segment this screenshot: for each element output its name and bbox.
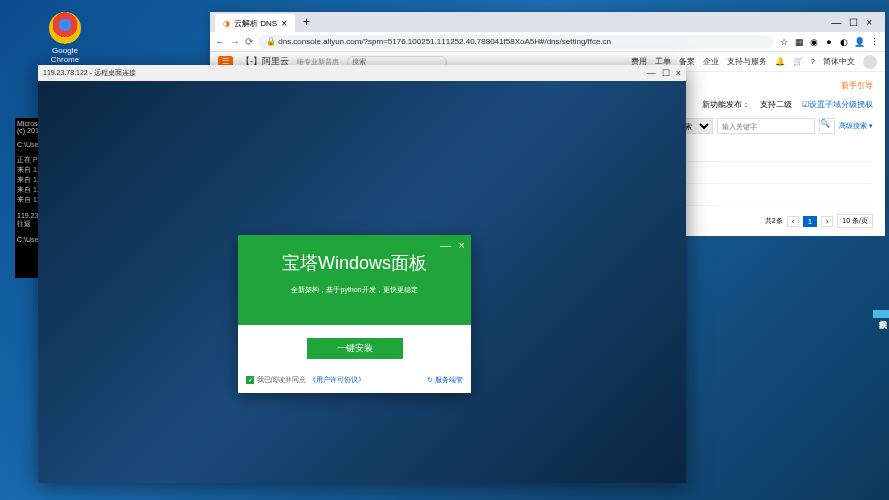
reload-button[interactable]: ⟳ [245,36,253,47]
bt-footer: ✓ 我已阅读并同意 《用户许可协议》 ↻ 服务端管 [238,371,471,389]
ext-icon[interactable]: ● [823,36,835,48]
agree-label: 我已阅读并同意 [257,375,306,385]
cart-icon[interactable]: 🛒 [793,57,803,66]
menu-icon[interactable]: ⋮ [868,36,880,48]
chrome-window-controls: — ☐ × [831,17,880,28]
page-prev[interactable]: ‹ [787,216,799,227]
desktop-icon-label: Google Chrome [40,46,90,64]
page-size[interactable]: 10 条/页 [837,214,873,228]
close-button[interactable]: × [866,17,872,28]
bt-subtitle: 全新架构，基于python开发，更快更稳定 [238,285,471,295]
remote-desktop-window: 119.23.78.122 - 远程桌面连接 — ☐ × — × 宝塔Windo… [38,65,686,483]
chrome-tab[interactable]: ◑ 云解析 DNS × [215,14,295,32]
keyword-input[interactable] [717,118,815,134]
user-avatar[interactable] [863,55,877,69]
advanced-search-link[interactable]: 高级搜索 ▾ [839,121,873,131]
ext-icon[interactable]: ◐ [838,36,850,48]
agree-checkbox[interactable]: ✓ 我已阅读并同意 《用户许可协议》 [246,375,365,385]
lang-selector[interactable]: 简体中文 [823,56,855,67]
minimize-button[interactable]: — [831,17,841,28]
forward-button[interactable]: → [230,36,240,47]
page-total: 共2条 [765,216,783,226]
announce-text: 支持二级 [760,99,792,110]
tab-title: 云解析 DNS [234,18,277,29]
help-icon[interactable]: ? [811,57,815,66]
star-icon[interactable]: ☆ [778,36,790,48]
minimize-button[interactable]: — [647,68,656,78]
url-text: dns.console.aliyun.com/?spm=5176.100251.… [278,37,611,46]
new-guide-link[interactable]: 新手引导 [841,80,873,91]
close-button[interactable]: × [676,68,681,78]
bt-close-icon[interactable]: × [459,239,465,251]
bt-minimize-icon[interactable]: — [440,239,451,251]
chrome-address-bar: ← → ⟳ 🔒 dns.console.aliyun.com/?spm=5176… [210,32,885,52]
bt-header: — × 宝塔Windows面板 全新架构，基于python开发，更快更稳定 [238,235,471,325]
maximize-button[interactable]: ☐ [849,17,858,28]
back-button[interactable]: ← [215,36,225,47]
page-next[interactable]: › [821,216,833,227]
ext-icon[interactable]: ▦ [793,36,805,48]
announce-link[interactable]: ☑设置子域分级授权 [802,99,873,110]
chrome-tab-bar: ◑ 云解析 DNS × + — ☐ × [210,12,885,32]
chrome-icon [49,12,81,44]
nav-item[interactable]: 支持与服务 [727,56,767,67]
url-input[interactable]: 🔒 dns.console.aliyun.com/?spm=5176.10025… [258,35,773,49]
search-button[interactable]: 🔍 [819,118,835,134]
lock-icon: 🔒 [266,37,276,46]
tab-close-icon[interactable]: × [281,18,287,29]
new-tab-button[interactable]: + [295,15,318,29]
desktop-chrome-icon[interactable]: Google Chrome [40,12,90,64]
rdp-titlebar[interactable]: 119.23.78.122 - 远程桌面连接 — ☐ × [38,65,686,81]
rdp-window-controls: — ☐ × [647,68,681,78]
bt-body: 一键安装 [238,325,471,371]
rdp-title-text: 119.23.78.122 - 远程桌面连接 [43,68,136,78]
license-link[interactable]: 《用户许可协议》 [309,375,365,385]
install-button[interactable]: 一键安装 [307,338,403,359]
checkbox-icon: ✓ [246,376,254,384]
nav-item[interactable]: 企业 [703,56,719,67]
notification-icon[interactable]: 🔔 [775,57,785,66]
announce-label: 新功能发布： [702,99,750,110]
switch-link[interactable]: ↻ 服务端管 [427,375,463,385]
tab-favicon: ◑ [223,19,230,28]
contact-side-tab[interactable]: 联系我们 [873,310,889,318]
bt-title: 宝塔Windows面板 [238,251,471,275]
bt-installer-dialog: — × 宝塔Windows面板 全新架构，基于python开发，更快更稳定 一键… [238,235,471,393]
chrome-extensions: ☆ ▦ ◉ ● ◐ 👤 ⋮ [778,36,880,48]
ext-icon[interactable]: ◉ [808,36,820,48]
maximize-button[interactable]: ☐ [662,68,670,78]
page-current[interactable]: 1 [803,216,817,227]
avatar-icon[interactable]: 👤 [853,36,865,48]
